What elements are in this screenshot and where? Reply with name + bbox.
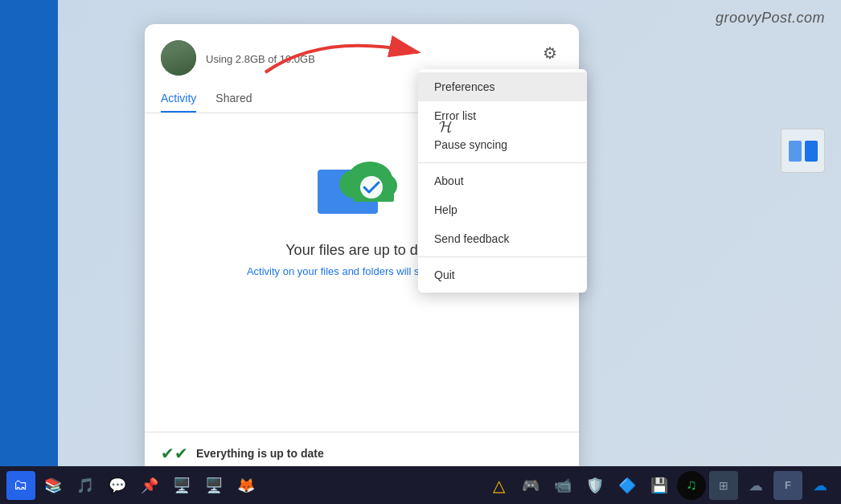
menu-item-about[interactable]: About [418, 166, 587, 195]
menu-item-preferences[interactable]: Preferences [418, 72, 587, 101]
taskbar-icon-usb[interactable]: 💾 [645, 471, 674, 500]
menu-section-3: Quit [418, 257, 587, 293]
taskbar-icon-grid[interactable]: ⊞ [709, 471, 738, 500]
taskbar-icon-pin[interactable]: 📌 [135, 471, 164, 500]
check-icon: ✔✔ [161, 444, 188, 463]
watermark-text: groovyPost.com [716, 10, 825, 27]
menu-section-1: Preferences Error list Pause syncing [418, 69, 587, 163]
svg-rect-8 [805, 141, 818, 162]
svg-rect-7 [789, 141, 802, 162]
taskbar-icon-music[interactable]: ♫ [677, 471, 706, 500]
taskbar-icon-spotify[interactable]: 🎵 [71, 471, 100, 500]
taskbar-right-icons: △ 🎮 📹 🛡️ 🔷 💾 ♫ ⊞ ☁ F ☁ [484, 471, 835, 500]
cloud-illustration [314, 145, 410, 218]
taskbar-icon-video[interactable]: 📹 [548, 471, 577, 500]
taskbar-icon-firefox[interactable]: 🦊 [232, 471, 261, 500]
taskbar-icon-files[interactable]: 🗂 [6, 471, 35, 500]
taskbar-icon-onedrive[interactable]: ☁ [806, 471, 835, 500]
menu-item-quit[interactable]: Quit [418, 260, 587, 289]
taskbar-icon-shield[interactable]: 🛡️ [580, 471, 609, 500]
user-info: Using 2.8GB of 19.0GB [206, 51, 563, 65]
tab-activity[interactable]: Activity [161, 84, 196, 113]
menu-section-2: About Help Send feedback [418, 163, 587, 257]
menu-item-pause-syncing[interactable]: Pause syncing [418, 130, 587, 159]
taskbar-icon-signal[interactable]: 💬 [103, 471, 132, 500]
tab-shared[interactable]: Shared [215, 84, 252, 113]
menu-item-send-feedback[interactable]: Send feedback [418, 224, 587, 253]
taskbar: 🗂 📚 🎵 💬 📌 🖥️ 🖥️ 🦊 △ 🎮 📹 🛡️ 🔷 💾 ♫ ⊞ ☁ F ☁ [0, 466, 841, 504]
taskbar-icon-app1[interactable]: 🖥️ [167, 471, 196, 500]
gear-icon: ⚙ [543, 43, 557, 63]
footer-text: Everything is up to date [196, 447, 324, 460]
status-title: Your files are up to date [285, 242, 437, 259]
panel-header: Using 2.8GB of 19.0GB ⚙ Preferences Erro… [145, 24, 579, 84]
settings-dropdown-menu: Preferences Error list Pause syncing Abo… [418, 69, 587, 293]
taskbar-icon-cloud-backup[interactable]: ☁ [741, 471, 770, 500]
taskbar-icon-bt[interactable]: 🔷 [613, 471, 642, 500]
taskbar-icon-gdrive[interactable]: △ [484, 471, 513, 500]
taskbar-icon-cloud2[interactable]: F [773, 471, 802, 500]
gear-button[interactable]: ⚙ [537, 40, 563, 66]
taskbar-icon-app2[interactable]: 🖥️ [199, 471, 228, 500]
blue-sidebar [0, 0, 58, 466]
right-panel-widget [781, 129, 825, 173]
avatar [161, 40, 196, 76]
menu-item-help[interactable]: Help [418, 195, 587, 224]
menu-item-error-list[interactable]: Error list [418, 101, 587, 130]
taskbar-icon-books[interactable]: 📚 [39, 471, 68, 500]
google-drive-panel: Using 2.8GB of 19.0GB ⚙ Preferences Erro… [145, 24, 579, 474]
taskbar-icon-game[interactable]: 🎮 [516, 471, 545, 500]
usage-text: Using 2.8GB of 19.0GB [206, 53, 563, 65]
